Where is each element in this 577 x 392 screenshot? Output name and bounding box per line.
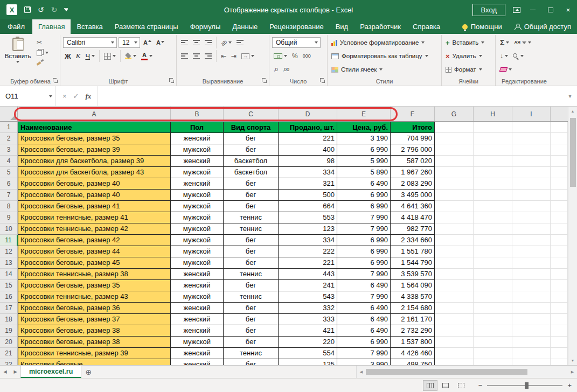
cell-partial-2[interactable] — [551, 133, 568, 144]
cell-B11[interactable]: мужской — [171, 235, 224, 246]
cell-B14[interactable]: женский — [171, 269, 224, 280]
cell-F17[interactable]: 2 154 680 — [391, 303, 435, 314]
horizontal-scrollbar[interactable]: ◀ ▶ — [356, 366, 577, 378]
row-header-10[interactable]: 10 — [0, 223, 18, 235]
cell-A17[interactable]: Кроссовки беговые, размер 36 — [18, 303, 171, 314]
increase-indent-button[interactable]: ⇥ — [230, 52, 238, 60]
cell-G8[interactable] — [435, 201, 474, 212]
sheet-nav-left-icon[interactable]: ◀ — [0, 366, 10, 378]
format-painter-button[interactable] — [35, 59, 50, 66]
cell-partial-20[interactable] — [551, 337, 568, 348]
row-header-4[interactable]: 4 — [0, 156, 18, 167]
accounting-format-button[interactable] — [272, 53, 289, 59]
merge-center-button[interactable]: ↔ — [240, 53, 256, 60]
cell-I11[interactable] — [512, 235, 551, 246]
cell-G14[interactable] — [435, 269, 474, 280]
align-bottom-button[interactable] — [203, 39, 213, 46]
save-icon[interactable] — [24, 6, 31, 13]
cell-H15[interactable] — [474, 280, 512, 291]
cell-G7[interactable] — [435, 190, 474, 201]
cell-D18[interactable]: 333 — [279, 314, 337, 325]
cell-E7[interactable]: 6 990 — [337, 190, 391, 201]
cell-I17[interactable] — [512, 303, 551, 314]
cell-F18[interactable]: 2 161 170 — [391, 314, 435, 325]
cell-E16[interactable]: 7 990 — [337, 291, 391, 303]
cell-E13[interactable]: 6 990 — [337, 257, 391, 269]
cell-I20[interactable] — [512, 337, 551, 348]
cell-partial-18[interactable] — [551, 314, 568, 325]
tab-file[interactable]: Файл — [0, 19, 32, 34]
cell-C8[interactable]: бег — [224, 201, 279, 212]
cell-B9[interactable]: мужской — [171, 212, 224, 223]
cell-F16[interactable]: 4 338 570 — [391, 291, 435, 303]
cell-D9[interactable]: 553 — [279, 212, 337, 223]
cell-partial-4[interactable] — [551, 156, 568, 167]
cell-D13[interactable]: 221 — [279, 257, 337, 269]
cell-F8[interactable]: 4 641 360 — [391, 201, 435, 212]
cell-F6[interactable]: 2 083 290 — [391, 178, 435, 190]
conditional-formatting-button[interactable]: Условное форматирование — [330, 37, 439, 48]
cell-B5[interactable]: мужской — [171, 167, 224, 178]
cell-A3[interactable]: Кроссовки беговые, размер 39 — [18, 144, 171, 156]
align-middle-button[interactable] — [191, 39, 201, 46]
row-header-5[interactable]: 5 — [0, 167, 18, 178]
cell-H8[interactable] — [474, 201, 512, 212]
cell-I15[interactable] — [512, 280, 551, 291]
cell-E14[interactable]: 7 990 — [337, 269, 391, 280]
cell-H2[interactable] — [474, 133, 512, 144]
cell-G19[interactable] — [435, 325, 474, 337]
cell-H16[interactable] — [474, 291, 512, 303]
italic-button[interactable]: К — [74, 51, 82, 61]
zoom-slider-thumb[interactable] — [525, 382, 529, 389]
find-select-button[interactable] — [511, 53, 525, 60]
horizontal-scroll-thumb[interactable] — [366, 369, 527, 375]
font-size-combo[interactable]: 12 — [119, 37, 140, 48]
cell-I21[interactable] — [512, 348, 551, 359]
cell-E11[interactable]: 6 990 — [337, 235, 391, 246]
enter-icon[interactable]: ✓ — [73, 92, 79, 100]
cell-A16[interactable]: Кроссовки теннисные, размер 43 — [18, 291, 171, 303]
cell-I7[interactable] — [512, 190, 551, 201]
cell-F22[interactable]: 498 750 — [391, 359, 435, 365]
cell-C22[interactable]: бег — [224, 359, 279, 365]
cell-partial-9[interactable] — [551, 212, 568, 223]
cell-C18[interactable]: бег — [224, 314, 279, 325]
sheet-tab-active[interactable]: microexcel.ru — [20, 366, 81, 378]
column-header-B[interactable]: B — [171, 107, 224, 121]
cell-D12[interactable]: 222 — [279, 246, 337, 257]
cell-C6[interactable]: бег — [224, 178, 279, 190]
maximize-button[interactable] — [541, 0, 559, 19]
cell-B17[interactable]: женский — [171, 303, 224, 314]
cell-I13[interactable] — [512, 257, 551, 269]
cell-E2[interactable]: 3 190 — [337, 133, 391, 144]
cell-H11[interactable] — [474, 235, 512, 246]
cell-I10[interactable] — [512, 223, 551, 235]
cell-E4[interactable]: 5 990 — [337, 156, 391, 167]
cell-A5[interactable]: Кроссовки для баскетбола, размер 43 — [18, 167, 171, 178]
cell-H18[interactable] — [474, 314, 512, 325]
cell-E22[interactable]: 3 990 — [337, 359, 391, 365]
cell-H9[interactable] — [474, 212, 512, 223]
cell-C14[interactable]: теннис — [224, 269, 279, 280]
cell-H21[interactable] — [474, 348, 512, 359]
cell-F2[interactable]: 704 990 — [391, 133, 435, 144]
row-header-22[interactable]: 22 — [0, 359, 18, 365]
cell-C10[interactable]: теннис — [224, 223, 279, 235]
cell-partial-10[interactable] — [551, 223, 568, 235]
cell-G11[interactable] — [435, 235, 474, 246]
cell-C5[interactable]: баскетбол — [224, 167, 279, 178]
normal-view-button[interactable] — [423, 380, 437, 391]
cell-E20[interactable]: 6 990 — [337, 337, 391, 348]
cell-B12[interactable]: мужской — [171, 246, 224, 257]
tab-page-layout[interactable]: Разметка страницы — [109, 19, 184, 34]
clipboard-dialog-launcher[interactable] — [53, 78, 58, 83]
cell-C21[interactable]: теннис — [224, 348, 279, 359]
cell-D16[interactable]: 543 — [279, 291, 337, 303]
cell-D5[interactable]: 334 — [279, 167, 337, 178]
percent-style-button[interactable]: % — [290, 52, 300, 60]
decrease-indent-button[interactable]: ⇤ — [219, 52, 228, 60]
cell-I9[interactable] — [512, 212, 551, 223]
cell-A7[interactable]: Кроссовки беговые, размер 40 — [18, 190, 171, 201]
font-family-combo[interactable]: Calibri — [63, 37, 117, 48]
cell-G5[interactable] — [435, 167, 474, 178]
